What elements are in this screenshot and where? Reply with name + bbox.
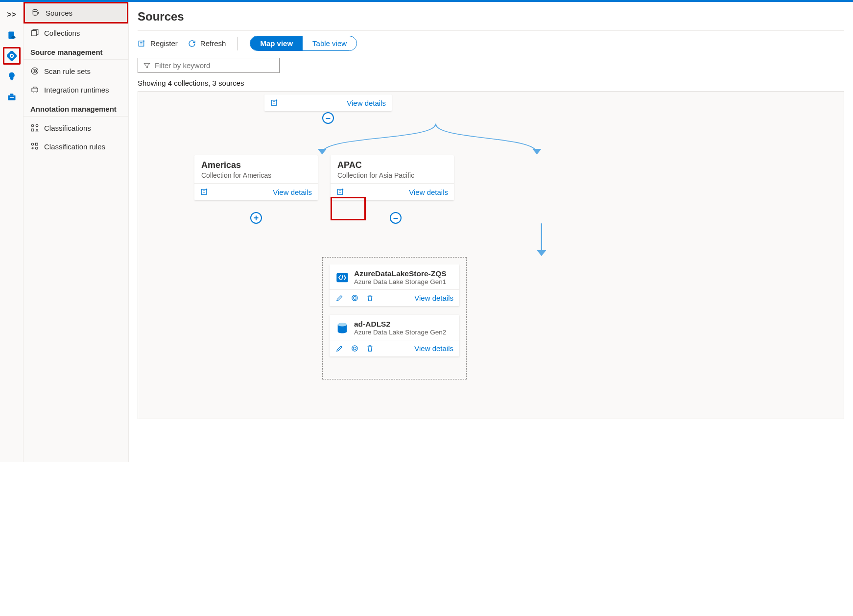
- view-details-link[interactable]: View details: [409, 188, 448, 196]
- filter-icon: [143, 62, 151, 70]
- americas-expand-badge[interactable]: +: [250, 212, 262, 224]
- refresh-button[interactable]: Refresh: [188, 39, 226, 48]
- apac-sources-group: AzureDataLakeStore-ZQS Azure Data Lake S…: [322, 257, 467, 379]
- svg-point-32: [354, 347, 356, 350]
- view-toggle: Map view Table view: [250, 36, 357, 51]
- svg-rect-23: [271, 100, 277, 106]
- edit-icon[interactable]: [335, 344, 344, 353]
- svg-point-9: [33, 9, 37, 12]
- rail-catalog-icon[interactable]: [3, 26, 21, 44]
- svg-point-27: [352, 295, 357, 301]
- register-grid-icon[interactable]: [270, 98, 279, 107]
- svg-point-15: [31, 124, 34, 127]
- nav-label: Classification rules: [44, 142, 105, 151]
- register-grid-icon[interactable]: [336, 188, 345, 196]
- nav-label: Sources: [46, 9, 72, 17]
- register-grid-icon[interactable]: [200, 188, 209, 196]
- rail-management-icon[interactable]: [3, 88, 21, 106]
- source-name: ad-ADLS2: [354, 320, 446, 329]
- showing-text: Showing 4 collections, 3 sources: [138, 79, 844, 87]
- register-button[interactable]: Register: [138, 39, 178, 48]
- source-type: Azure Data Lake Storage Gen2: [354, 329, 446, 336]
- svg-rect-25: [337, 190, 343, 195]
- highlight-apac-register-icon: [331, 197, 366, 220]
- view-details-link[interactable]: View details: [347, 99, 386, 107]
- view-details-link[interactable]: View details: [414, 294, 453, 302]
- nav-scan-rule-sets[interactable]: Scan rule sets: [24, 62, 128, 80]
- scan-icon[interactable]: [351, 344, 359, 353]
- nav-sources[interactable]: Sources: [24, 2, 128, 24]
- adls-gen2-icon: [335, 321, 349, 335]
- svg-point-13: [34, 71, 35, 71]
- delete-icon[interactable]: [366, 294, 374, 302]
- node-title: Americas: [201, 160, 311, 170]
- svg-rect-22: [139, 41, 144, 46]
- toolbar: Register Refresh Map view Table view: [138, 30, 844, 51]
- svg-rect-10: [31, 31, 37, 36]
- svg-rect-14: [32, 88, 38, 92]
- svg-rect-19: [36, 143, 38, 145]
- delete-icon[interactable]: [366, 344, 374, 353]
- source-card-adls1[interactable]: AzureDataLakeStore-ZQS Azure Data Lake S…: [330, 264, 459, 306]
- collection-node-apac[interactable]: APAC Collection for Asia Pacific View de…: [331, 155, 454, 200]
- node-subtitle: Collection for Americas: [201, 171, 311, 179]
- svg-rect-24: [201, 190, 207, 195]
- map-canvas[interactable]: View details – Americas Collection for A…: [138, 91, 844, 419]
- nav-integration-runtimes[interactable]: Integration runtimes: [24, 80, 128, 99]
- map-view-toggle[interactable]: Map view: [250, 36, 303, 50]
- collection-node-americas[interactable]: Americas Collection for Americas View de…: [194, 155, 318, 200]
- node-title: APAC: [337, 160, 447, 170]
- nav-label: Classifications: [44, 124, 91, 132]
- view-details-link[interactable]: View details: [273, 188, 312, 196]
- svg-rect-7: [10, 94, 13, 95]
- svg-point-16: [36, 124, 38, 127]
- filter-input-wrapper[interactable]: [138, 58, 280, 73]
- nav-label: Scan rule sets: [44, 67, 91, 75]
- page-title: Sources: [138, 10, 844, 24]
- adls-gen1-icon: [335, 271, 349, 284]
- main: Sources Register Refresh Map view Table …: [129, 2, 853, 462]
- svg-point-31: [352, 346, 357, 351]
- nav-label: Integration runtimes: [44, 86, 109, 94]
- nav-label: Collections: [44, 29, 80, 37]
- apac-collapse-badge[interactable]: –: [390, 212, 402, 224]
- filter-input[interactable]: [155, 61, 274, 70]
- nav-section-source-mgmt: Source management: [24, 42, 128, 60]
- node-subtitle: Collection for Asia Pacific: [337, 171, 447, 179]
- expand-rail-button[interactable]: >>: [3, 6, 21, 24]
- source-card-adls2[interactable]: ad-ADLS2 Azure Data Lake Storage Gen2 Vi…: [330, 315, 459, 356]
- root-collapse-badge[interactable]: –: [322, 112, 334, 124]
- svg-point-4: [10, 55, 12, 57]
- svg-point-18: [31, 143, 34, 145]
- nav-classification-rules[interactable]: Classification rules: [24, 137, 128, 156]
- root-collection-node[interactable]: View details: [264, 95, 392, 111]
- svg-rect-8: [9, 97, 13, 98]
- rail-sources-icon[interactable]: [3, 47, 21, 65]
- rail-insights-icon[interactable]: [3, 68, 21, 85]
- icon-rail: >>: [0, 2, 24, 462]
- svg-point-28: [354, 297, 356, 300]
- view-details-link[interactable]: View details: [414, 344, 453, 353]
- scan-icon[interactable]: [351, 294, 359, 302]
- edit-icon[interactable]: [335, 294, 344, 302]
- source-type: Azure Data Lake Storage Gen1: [354, 278, 447, 285]
- nav-section-annotation: Annotation management: [24, 99, 128, 117]
- svg-point-1: [11, 36, 15, 39]
- nav-collections[interactable]: Collections: [24, 24, 128, 42]
- table-view-toggle[interactable]: Table view: [303, 36, 356, 50]
- nav-classifications[interactable]: Classifications: [24, 118, 128, 137]
- svg-rect-6: [8, 95, 15, 100]
- svg-rect-5: [10, 79, 13, 80]
- svg-rect-17: [31, 129, 34, 131]
- sidebar: Sources Collections Source management Sc…: [24, 2, 129, 462]
- svg-point-20: [36, 147, 38, 150]
- source-name: AzureDataLakeStore-ZQS: [354, 269, 447, 278]
- svg-point-30: [338, 323, 347, 326]
- toolbar-divider: [237, 37, 238, 50]
